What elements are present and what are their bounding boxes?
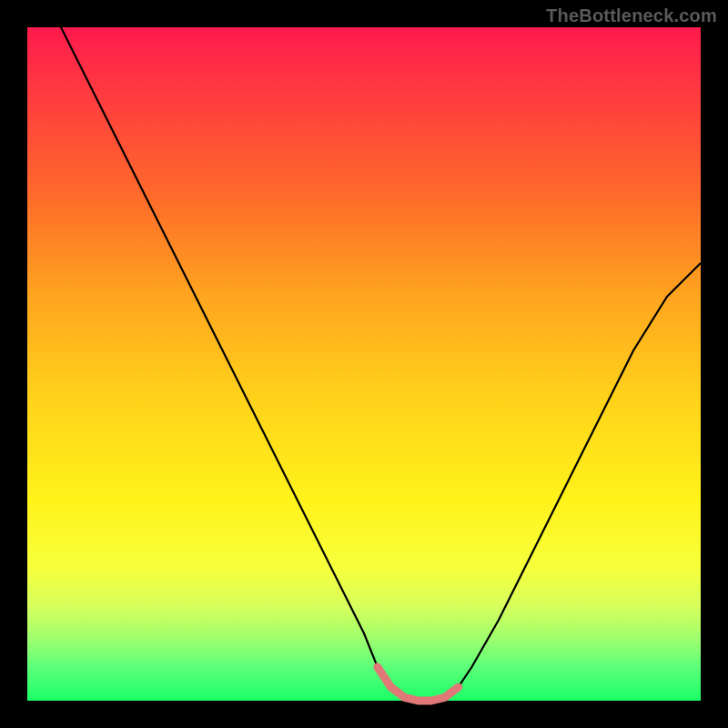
plot-area — [27, 27, 701, 701]
chart-frame: TheBottleneck.com — [0, 0, 728, 728]
curve-svg — [27, 27, 701, 701]
bottleneck-curve — [27, 0, 701, 701]
watermark-text: TheBottleneck.com — [546, 5, 717, 26]
valley-highlight — [378, 667, 459, 701]
